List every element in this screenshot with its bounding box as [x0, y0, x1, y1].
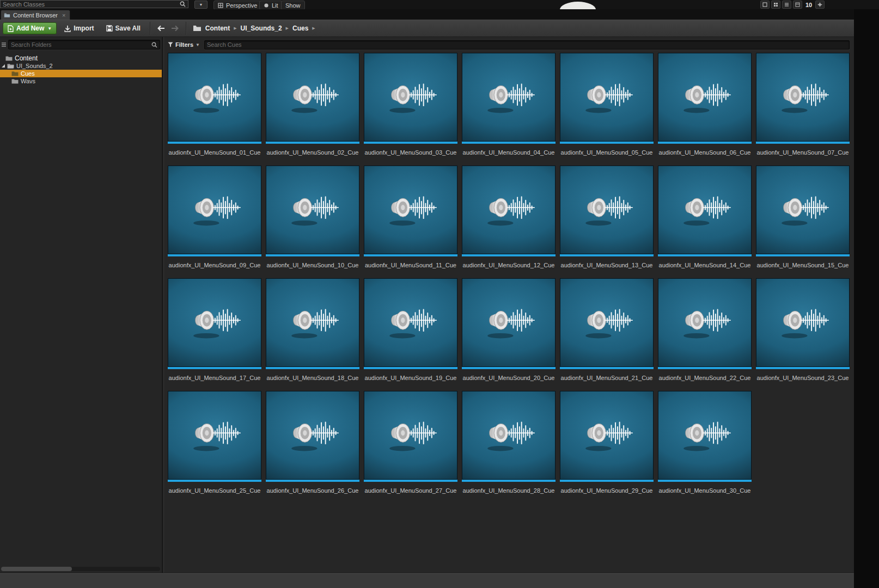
save-all-button[interactable]: Save All [102, 22, 145, 35]
viewport-stat-text: 10 [804, 2, 814, 8]
asset-tile[interactable]: audionfx_UI_MenuSound_21_Cue [560, 278, 654, 381]
asset-tile[interactable]: audionfx_UI_MenuSound_30_Cue [658, 391, 752, 494]
search-icon [180, 1, 186, 7]
search-folders-input[interactable] [11, 41, 151, 48]
show-button[interactable]: Show [281, 1, 305, 9]
asset-label: audionfx_UI_MenuSound_20_Cue [462, 375, 556, 381]
expander-open-icon[interactable] [1, 64, 5, 68]
scrollbar-thumb[interactable] [1, 567, 72, 571]
back-button[interactable] [156, 23, 167, 34]
asset-type-color-bar [560, 367, 654, 369]
asset-tile[interactable]: audionfx_UI_MenuSound_04_Cue [462, 53, 556, 156]
asset-tile[interactable]: audionfx_UI_MenuSound_09_Cue [168, 166, 261, 268]
search-cues-box[interactable] [204, 40, 850, 50]
breadcrumb-item-cues[interactable]: Cues [292, 24, 308, 32]
horizontal-scrollbar[interactable] [1, 567, 160, 571]
search-classes-input[interactable] [3, 1, 180, 8]
asset-tile[interactable]: audionfx_UI_MenuSound_22_Cue [658, 278, 752, 381]
asset-tile[interactable]: audionfx_UI_MenuSound_20_Cue [462, 278, 556, 381]
asset-type-color-bar [560, 480, 654, 482]
forward-button[interactable] [170, 23, 181, 34]
asset-tile[interactable]: audionfx_UI_MenuSound_03_Cue [364, 53, 457, 156]
tab-bar: Content Browser × [0, 9, 854, 20]
search-cues-input[interactable] [207, 41, 847, 48]
folder-row-ui-sounds-2[interactable]: UI_Sounds_2 [0, 62, 162, 70]
asset-tile[interactable]: audionfx_UI_MenuSound_14_Cue [658, 166, 752, 268]
speaker-icon [578, 77, 636, 118]
breadcrumb-item-ui-sounds-2[interactable]: UI_Sounds_2 [241, 24, 282, 32]
asset-tile[interactable]: audionfx_UI_MenuSound_26_Cue [266, 391, 359, 494]
viewport-options-dropdown[interactable]: ▼ [194, 1, 207, 9]
asset-tile[interactable]: audionfx_UI_MenuSound_07_Cue [756, 53, 850, 156]
content-browser-panel: Content Browser × Add New ▼ Import [0, 9, 854, 588]
breadcrumb-separator-icon[interactable]: ▶ [286, 26, 289, 30]
asset-tile[interactable]: audionfx_UI_MenuSound_27_Cue [364, 391, 457, 494]
asset-tile[interactable]: audionfx_UI_MenuSound_06_Cue [658, 53, 752, 156]
asset-tile[interactable]: audionfx_UI_MenuSound_15_Cue [756, 166, 850, 268]
asset-label: audionfx_UI_MenuSound_04_Cue [462, 149, 556, 156]
soundcue-thumbnail [658, 391, 752, 480]
soundcue-thumbnail [462, 53, 556, 142]
speaker-icon [284, 303, 341, 343]
soundcue-thumbnail [462, 391, 556, 480]
asset-tile[interactable]: audionfx_UI_MenuSound_01_Cue [168, 53, 261, 156]
folder-icon [193, 25, 202, 32]
sources-toggle-icon[interactable] [1, 42, 7, 47]
lit-button[interactable]: Lit [259, 1, 283, 9]
asset-tile[interactable]: audionfx_UI_MenuSound_05_Cue [560, 53, 654, 156]
perspective-button[interactable]: Perspective [213, 1, 261, 9]
window-icon[interactable] [760, 1, 770, 9]
asset-label: audionfx_UI_MenuSound_26_Cue [266, 487, 359, 494]
asset-label: audionfx_UI_MenuSound_22_Cue [658, 375, 752, 381]
folder-row-wavs[interactable]: Wavs [0, 77, 162, 85]
soundcue-thumbnail [560, 278, 654, 367]
import-icon [64, 25, 71, 32]
breadcrumb-separator-icon[interactable]: ▶ [234, 26, 236, 30]
soundcue-thumbnail [658, 166, 752, 254]
asset-type-color-bar [756, 142, 850, 144]
settings-gear-icon[interactable] [815, 1, 825, 9]
list-icon[interactable] [782, 1, 791, 9]
asset-tile[interactable]: audionfx_UI_MenuSound_28_Cue [462, 391, 556, 494]
asset-label: audionfx_UI_MenuSound_03_Cue [364, 149, 457, 156]
add-new-button[interactable]: Add New ▼ [3, 22, 57, 34]
layers-icon[interactable] [793, 1, 802, 9]
asset-type-color-bar [168, 142, 261, 144]
speaker-icon [186, 415, 243, 456]
asset-type-color-bar [658, 367, 752, 369]
folder-row-content[interactable]: Content [0, 54, 162, 62]
filters-button[interactable]: Filters ▼ [168, 41, 200, 48]
breadcrumb-item-content[interactable]: Content [205, 24, 230, 32]
asset-type-color-bar [658, 254, 752, 256]
asset-tile[interactable]: audionfx_UI_MenuSound_12_Cue [462, 166, 556, 268]
chevron-down-icon: ▼ [196, 42, 200, 47]
import-button[interactable]: Import [60, 22, 98, 35]
search-icon [151, 42, 157, 48]
asset-tile[interactable]: audionfx_UI_MenuSound_25_Cue [168, 391, 261, 494]
folder-row-cues[interactable]: Cues [0, 70, 162, 77]
asset-tile[interactable]: audionfx_UI_MenuSound_19_Cue [364, 278, 457, 381]
soundcue-thumbnail [658, 53, 752, 142]
grid-icon[interactable] [771, 1, 780, 9]
asset-type-color-bar [462, 480, 556, 482]
asset-type-color-bar [756, 367, 850, 369]
asset-tile[interactable]: audionfx_UI_MenuSound_10_Cue [266, 166, 359, 268]
asset-tile[interactable]: audionfx_UI_MenuSound_18_Cue [266, 278, 359, 381]
asset-tile[interactable]: audionfx_UI_MenuSound_23_Cue [756, 278, 850, 381]
asset-tile[interactable]: audionfx_UI_MenuSound_17_Cue [168, 278, 261, 381]
tab-content-browser[interactable]: Content Browser × [1, 10, 70, 20]
filters-label: Filters [175, 41, 193, 48]
breadcrumb-separator-icon[interactable]: ▶ [312, 26, 315, 30]
tab-title: Content Browser [13, 12, 58, 19]
asset-label: audionfx_UI_MenuSound_30_Cue [658, 487, 752, 494]
open-folder-icon [7, 63, 14, 69]
toolbar-separator [150, 22, 151, 35]
asset-tile[interactable]: audionfx_UI_MenuSound_02_Cue [266, 53, 359, 156]
asset-type-color-bar [658, 480, 752, 482]
search-classes-box[interactable] [0, 0, 188, 8]
speaker-icon [382, 303, 440, 343]
asset-tile[interactable]: audionfx_UI_MenuSound_11_Cue [364, 166, 457, 268]
asset-tile[interactable]: audionfx_UI_MenuSound_13_Cue [560, 166, 654, 268]
close-icon[interactable]: × [62, 12, 65, 19]
asset-tile[interactable]: audionfx_UI_MenuSound_29_Cue [560, 391, 654, 494]
